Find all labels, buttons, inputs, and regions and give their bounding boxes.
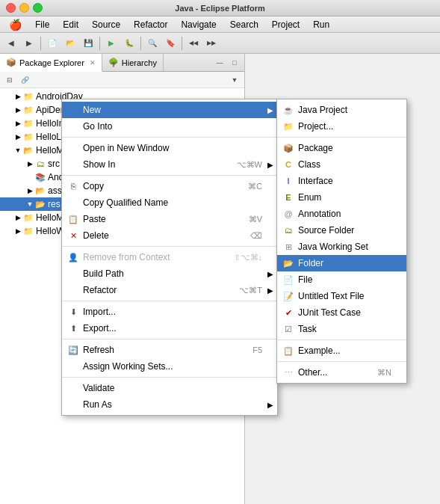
paste-icon: 📋 [66,213,80,225]
ctx-sep [62,339,277,339]
sub-other[interactable]: ⋯ Other... ⌘N [277,364,406,381]
ctx-sep [62,301,277,301]
link-with-editor-btn[interactable]: 🔗 [18,73,31,87]
sub-sep [277,361,406,362]
title-bar: Java - Eclipse Platform [0,0,440,16]
menu-file[interactable]: File [29,18,55,31]
sub-java-project[interactable]: ☕ Java Project [277,102,406,118]
ctx-open-new-window[interactable]: Open in New Window [62,140,277,156]
sub-enum[interactable]: E Enum [277,189,406,206]
project-icon: 📁 [22,131,34,143]
enum-icon: E [282,191,295,203]
sub-file[interactable]: 📄 File [277,271,406,288]
menu-bar: 🍎 File Edit Source Refactor Navigate Sea… [0,16,440,33]
ctx-new[interactable]: New [62,102,277,118]
sub-annotation[interactable]: @ Annotation [277,206,406,222]
ctx-refactor[interactable]: Refactor ⌥⌘T [62,282,277,298]
collapse-all-btn[interactable]: ⊟ [3,73,16,87]
menu-eclipse[interactable]: 🍎 [3,17,28,32]
res-folder-icon: 📂 [34,198,46,210]
src-folder-icon: 🗂 [34,158,46,170]
panel-minimize[interactable]: — [213,56,226,70]
ctx-sep [62,377,277,378]
menu-navigate[interactable]: Navigate [175,18,222,31]
toolbar: ◀ ▶ 📄 📂 💾 ▶ 🐛 🔍 🔖 ◀◀ ▶▶ [0,33,440,54]
package-icon: 📦 [282,142,295,154]
copy-qual-icon [66,197,80,209]
ctx-paste[interactable]: 📋 Paste ⌘V [62,211,277,227]
menu-source[interactable]: Source [86,18,126,31]
sub-example[interactable]: 📋 Example... [277,342,406,359]
sub-project[interactable]: 📁 Project... [277,118,406,135]
project-icon: 📁 [22,212,34,224]
toolbar-debug[interactable]: 🐛 [121,35,137,52]
toolbar-forward[interactable]: ▶ [21,35,37,52]
ctx-copy[interactable]: ⎘ Copy ⌘C [62,178,277,194]
untitled-icon: 📝 [282,290,295,302]
example-icon: 📋 [282,345,295,357]
sub-folder[interactable]: 📂 Folder [277,255,406,271]
project-icon: 📁 [22,117,34,129]
delete-icon: ✕ [66,230,80,242]
menu-search[interactable]: Search [224,18,264,31]
tab-package-explorer[interactable]: 📦 Package Explorer ✕ [0,54,102,72]
sub-java-working-set[interactable]: ⊞ Java Working Set [277,239,406,255]
menu-edit[interactable]: Edit [57,18,84,31]
sub-sep [277,339,406,340]
new-icon [66,104,80,116]
toolbar-run[interactable]: ▶ [103,35,120,52]
close-button[interactable] [6,3,16,13]
sub-source-folder[interactable]: 🗂 Source Folder [277,222,406,239]
toolbar-save[interactable]: 💾 [80,35,96,52]
ctx-remove-context: 👤 Remove from Context ⇧⌥⌘↓ [62,249,277,265]
toolbar-sep-2 [99,37,100,50]
refresh-icon: 🔄 [66,344,80,356]
task-icon: ☑ [282,323,295,335]
sub-package[interactable]: 📦 Package [277,140,406,156]
show-in-icon [66,159,80,170]
toolbar-back[interactable]: ◀ [3,35,19,52]
sub-task[interactable]: ☑ Task [277,321,406,337]
java-project-icon: ☕ [282,104,295,116]
sub-untitled-text-file[interactable]: 📝 Untitled Text File [277,288,406,304]
file-icon: 📄 [282,274,295,286]
export-icon: ⬆ [66,322,80,334]
ctx-delete[interactable]: ✕ Delete ⌫ [62,227,277,244]
ctx-assign-working-sets[interactable]: Assign Working Sets... [62,358,277,375]
ctx-build-path[interactable]: Build Path [62,265,277,282]
ctx-copy-qualified[interactable]: Copy Qualified Name [62,194,277,211]
sub-junit[interactable]: ✔ JUnit Test Case [277,304,406,321]
toolbar-prev-edit[interactable]: ◀◀ [185,35,202,52]
toolbar-new[interactable]: 📄 [44,35,61,52]
toolbar-search[interactable]: 🔍 [144,35,161,52]
context-menu: New Go Into Open in New Window Show In ⌥… [61,99,278,416]
sub-class[interactable]: C Class [277,156,406,173]
panel-toolbar: ⊟ 🔗 ▼ [0,72,244,88]
ctx-export[interactable]: ⬆ Export... [62,320,277,336]
ctx-validate[interactable]: Validate [62,380,277,396]
ctx-go-into[interactable]: Go Into [62,118,277,135]
folder-icon: 📂 [34,185,46,197]
sub-interface[interactable]: I Interface [277,173,406,189]
ctx-show-in[interactable]: Show In ⌥⌘W [62,156,277,173]
menu-refactor[interactable]: Refactor [128,18,173,31]
other-icon: ⋯ [282,366,295,378]
source-folder-icon: 🗂 [282,224,295,236]
view-menu-btn[interactable]: ▼ [228,73,241,87]
toolbar-next-edit[interactable]: ▶▶ [203,35,220,52]
ctx-run-as[interactable]: Run As [62,396,277,413]
minimize-button[interactable] [19,3,29,13]
tab-hierarchy[interactable]: 🌳 Hierarchy [102,54,164,71]
menu-run[interactable]: Run [307,18,335,31]
close-tab-icon[interactable]: ✕ [90,59,96,67]
menu-project[interactable]: Project [266,18,306,31]
ctx-refresh[interactable]: 🔄 Refresh F5 [62,342,277,358]
copy-icon: ⎘ [66,180,80,192]
remove-context-icon: 👤 [66,251,80,263]
ctx-import[interactable]: ⬇ Import... [62,304,277,320]
toolbar-open[interactable]: 📂 [62,35,78,52]
maximize-button[interactable] [33,3,43,13]
panel-maximize[interactable]: □ [228,56,241,70]
build-path-icon [66,268,80,280]
toolbar-bookmark[interactable]: 🔖 [162,35,179,52]
